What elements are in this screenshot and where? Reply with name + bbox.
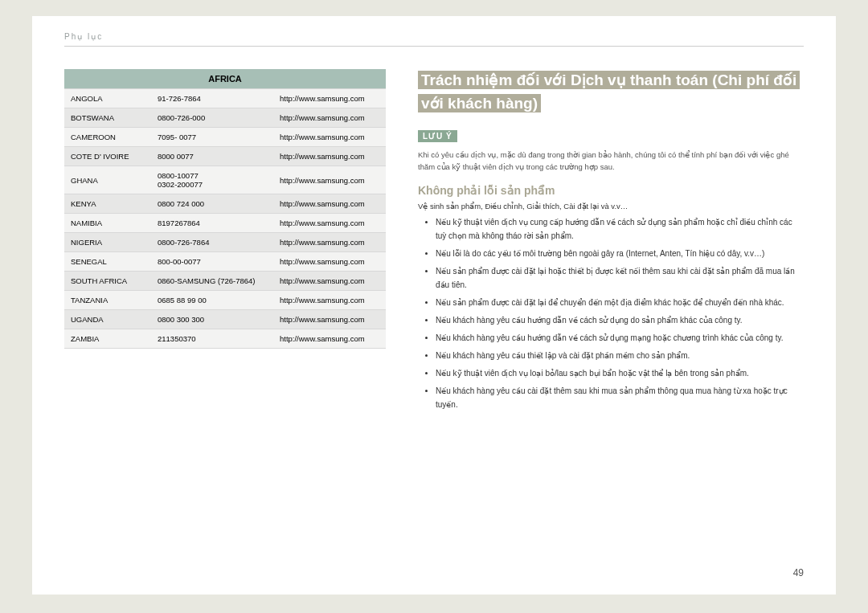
url-cell: http://www.samsung.com [273, 329, 386, 349]
phone-cell: 211350370 [151, 329, 273, 349]
list-item: Nếu khách hàng yêu cầu hướng dẫn về cách… [436, 313, 804, 327]
list-item: Nếu khách hàng yêu cầu cài đặt thêm sau … [436, 384, 804, 411]
list-item: Nếu sản phẩm được cài đặt lại để chuyển … [436, 296, 804, 309]
url-cell: http://www.samsung.com [273, 128, 386, 147]
table-row: BOTSWANA0800-726-000http://www.samsung.c… [64, 108, 386, 128]
country-cell: ANGOLA [64, 89, 151, 108]
list-item: Nếu kỹ thuật viên dịch vụ loại bỏ/lau sạ… [436, 366, 804, 380]
country-cell: SENEGAL [64, 252, 151, 272]
phone-cell: 0800-10077 0302-200077 [151, 166, 273, 194]
subheading: Không phải lỗi sản phẩm [418, 184, 804, 197]
url-cell: http://www.samsung.com [273, 233, 386, 252]
phone-cell: 800-00-0077 [151, 252, 273, 272]
phone-cell: 0685 88 99 00 [151, 291, 273, 310]
table-row: ZAMBIA211350370http://www.samsung.com [64, 329, 386, 349]
list-item: Nếu sản phẩm được cài đặt lại hoặc thiết… [436, 264, 804, 292]
note-text: Khi có yêu cầu dịch vụ, mặc dù đang tron… [418, 149, 804, 173]
phone-cell: 0800 300 300 [151, 310, 273, 329]
country-cell: GHANA [64, 166, 151, 194]
phone-cell: 7095- 0077 [151, 128, 273, 147]
phone-cell: 0800 724 000 [151, 194, 273, 214]
url-cell: http://www.samsung.com [273, 291, 386, 310]
phone-cell: 8197267864 [151, 214, 273, 233]
right-column: Trách nhiệm đối với Dịch vụ thanh toán (… [418, 69, 804, 415]
bullet-list: Nếu kỹ thuật viên dịch vụ cung cấp hướng… [418, 215, 804, 411]
table-row: ANGOLA91-726-7864http://www.samsung.com [64, 89, 386, 108]
main-title: Trách nhiệm đối với Dịch vụ thanh toán (… [418, 71, 800, 112]
country-cell: UGANDA [64, 310, 151, 329]
country-cell: NAMIBIA [64, 214, 151, 233]
list-item: Nếu kỹ thuật viên dịch vụ cung cấp hướng… [436, 215, 804, 243]
document-page: Phụ lục AFRICA ANGOLA91-726-7864http://w… [32, 16, 836, 595]
url-cell: http://www.samsung.com [273, 166, 386, 194]
url-cell: http://www.samsung.com [273, 214, 386, 233]
phone-cell: 0860-SAMSUNG (726-7864) [151, 272, 273, 291]
country-cell: BOTSWANA [64, 108, 151, 128]
country-cell: ZAMBIA [64, 329, 151, 349]
list-item: Nếu khách hàng yêu cầu hướng dẫn về cách… [436, 331, 804, 345]
left-column: AFRICA ANGOLA91-726-7864http://www.samsu… [64, 69, 386, 415]
table-row: GHANA0800-10077 0302-200077http://www.sa… [64, 166, 386, 194]
country-cell: NIGERIA [64, 233, 151, 252]
country-cell: COTE D' IVOIRE [64, 147, 151, 166]
url-cell: http://www.samsung.com [273, 147, 386, 166]
table-row: COTE D' IVOIRE8000 0077http://www.samsun… [64, 147, 386, 166]
phone-cell: 0800-726-000 [151, 108, 273, 128]
list-item: Nếu lỗi là do các yếu tố môi trường bên … [436, 247, 804, 260]
list-item: Nếu khách hàng yêu cầu thiết lập và cài … [436, 349, 804, 362]
region-header: AFRICA [64, 69, 386, 89]
table-row: KENYA0800 724 000http://www.samsung.com [64, 194, 386, 214]
url-cell: http://www.samsung.com [273, 310, 386, 329]
url-cell: http://www.samsung.com [273, 272, 386, 291]
table-row: SOUTH AFRICA0860-SAMSUNG (726-7864)http:… [64, 272, 386, 291]
note-badge: LƯU Ý [418, 130, 457, 142]
url-cell: http://www.samsung.com [273, 252, 386, 272]
country-cell: KENYA [64, 194, 151, 214]
table-row: TANZANIA0685 88 99 00http://www.samsung.… [64, 291, 386, 310]
country-cell: SOUTH AFRICA [64, 272, 151, 291]
phone-cell: 8000 0077 [151, 147, 273, 166]
url-cell: http://www.samsung.com [273, 194, 386, 214]
country-cell: TANZANIA [64, 291, 151, 310]
page-number: 49 [793, 567, 804, 578]
url-cell: http://www.samsung.com [273, 89, 386, 108]
contact-table: AFRICA ANGOLA91-726-7864http://www.samsu… [64, 69, 386, 349]
table-row: NAMIBIA8197267864http://www.samsung.com [64, 214, 386, 233]
main-title-wrap: Trách nhiệm đối với Dịch vụ thanh toán (… [418, 69, 804, 115]
phone-cell: 0800-726-7864 [151, 233, 273, 252]
country-cell: CAMEROON [64, 128, 151, 147]
appendix-label: Phụ lục [64, 32, 804, 47]
table-row: SENEGAL800-00-0077http://www.samsung.com [64, 252, 386, 272]
table-row: CAMEROON7095- 0077http://www.samsung.com [64, 128, 386, 147]
content-columns: AFRICA ANGOLA91-726-7864http://www.samsu… [64, 69, 804, 415]
phone-cell: 91-726-7864 [151, 89, 273, 108]
table-row: UGANDA0800 300 300http://www.samsung.com [64, 310, 386, 329]
table-row: NIGERIA0800-726-7864http://www.samsung.c… [64, 233, 386, 252]
sub-desc: Vệ sinh sản phẩm, Điều chỉnh, Giải thích… [418, 202, 804, 210]
url-cell: http://www.samsung.com [273, 108, 386, 128]
